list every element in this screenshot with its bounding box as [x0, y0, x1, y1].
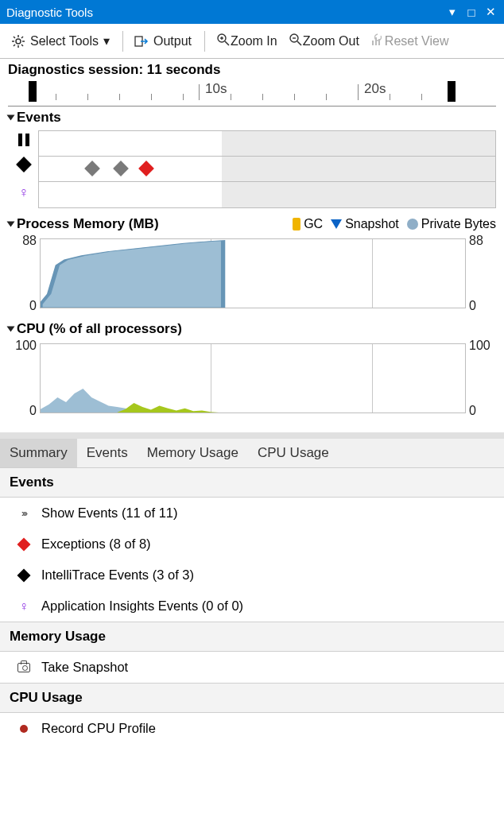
ruler-label: 10s [205, 81, 227, 97]
ruler-label: 20s [364, 81, 386, 97]
zoom-out-icon [289, 33, 303, 50]
lightbulb-icon: ♀ [14, 184, 34, 201]
zoom-in-icon [216, 33, 231, 50]
zoom-in-button[interactable]: Zoom In [211, 30, 282, 52]
events-row-break [39, 131, 495, 157]
event-marker-icon[interactable] [84, 161, 100, 176]
window-titlebar: Diagnostic Tools ▾ □ ✕ [0, 0, 504, 24]
svg-line-11 [225, 41, 229, 45]
reset-view-icon [370, 33, 385, 50]
event-marker-icon[interactable] [138, 161, 154, 176]
svg-line-15 [297, 41, 301, 45]
zoom-out-label: Zoom Out [303, 34, 359, 48]
timeline-ruler[interactable]: 10s 20s [8, 79, 496, 107]
memory-y-axis-right: 88 0 [469, 234, 496, 313]
show-events-label: Show Events (11 of 11) [41, 505, 178, 521]
show-events-link[interactable]: ››› Show Events (11 of 11) [0, 498, 504, 529]
output-icon [134, 34, 149, 48]
timeline-range-start-handle[interactable] [29, 81, 37, 102]
output-label: Output [153, 34, 192, 48]
svg-point-0 [16, 39, 21, 44]
details-panel: Summary Events Memory Usage CPU Usage Ev… [0, 432, 504, 776]
output-button[interactable]: Output [130, 30, 196, 52]
session-duration-label: Diagnostics session: 11 seconds [0, 59, 504, 79]
cpu-section-header[interactable]: CPU (% of all processors) [8, 320, 496, 339]
dropdown-icon[interactable]: ▾ [445, 5, 459, 19]
cpu-section: CPU (% of all processors) 100 0 100 0 [0, 318, 504, 416]
events-row-appinsights: ♀ [39, 182, 495, 207]
event-marker-icon[interactable] [113, 161, 129, 176]
intellitrace-link[interactable]: IntelliTrace Events (3 of 3) [0, 560, 504, 591]
window-title: Diagnostic Tools [6, 6, 440, 19]
lightbulb-icon: ♀ [14, 599, 33, 614]
summary-memory-header: Memory Usage [0, 622, 504, 652]
memory-section-title: Process Memory (MB) [17, 216, 159, 232]
appinsights-label: Application Insights Events (0 of 0) [41, 598, 243, 614]
appinsights-link[interactable]: ♀ Application Insights Events (0 of 0) [0, 591, 504, 622]
pause-icon[interactable] [14, 134, 34, 149]
summary-events-header: Events [0, 467, 504, 498]
events-section-header[interactable]: Events [8, 108, 496, 127]
events-row-exceptions [39, 157, 495, 182]
events-timeline: ♀ [38, 130, 496, 208]
private-bytes-marker-icon [407, 219, 418, 230]
select-tools-button[interactable]: Select Tools ▾ [6, 30, 114, 52]
toolbar-separator [122, 31, 123, 52]
memory-legend: GC Snapshot Private Bytes [293, 217, 496, 231]
exceptions-label: Exceptions (8 of 8) [41, 536, 151, 552]
chevrons-icon: ››› [14, 508, 33, 519]
select-tools-label: Select Tools [30, 34, 99, 48]
svg-line-5 [14, 37, 15, 38]
tab-events[interactable]: Events [77, 439, 138, 467]
summary-cpu-header: CPU Usage [0, 683, 504, 713]
gc-marker-icon [293, 218, 300, 230]
toolbar-separator [204, 31, 205, 52]
intellitrace-diamond-icon [14, 571, 33, 580]
events-section: Events ♀ [0, 107, 504, 208]
memory-section: Process Memory (MB) GC Snapshot Private … [0, 213, 504, 312]
close-icon[interactable]: ✕ [483, 5, 498, 19]
camera-icon [14, 663, 33, 672]
timeline-range-end-handle[interactable] [448, 81, 456, 102]
detail-tabs: Summary Events Memory Usage CPU Usage [0, 439, 504, 467]
record-cpu-label: Record CPU Profile [41, 721, 156, 736]
collapse-toggle-icon [7, 115, 15, 121]
collapse-toggle-icon [7, 327, 15, 332]
maximize-icon[interactable]: □ [464, 6, 479, 19]
svg-line-6 [21, 45, 23, 46]
summary-panel: Events ››› Show Events (11 of 11) Except… [0, 467, 504, 776]
zoom-in-label: Zoom In [231, 34, 277, 48]
reset-view-label: Reset View [385, 34, 449, 48]
cpu-section-title: CPU (% of all processors) [17, 321, 182, 337]
tab-memory-usage[interactable]: Memory Usage [138, 439, 248, 467]
intellitrace-label: IntelliTrace Events (3 of 3) [41, 567, 194, 583]
svg-line-7 [14, 45, 15, 46]
memory-section-header[interactable]: Process Memory (MB) GC Snapshot Private … [8, 215, 496, 234]
snapshot-marker-icon [331, 219, 342, 229]
memory-chart-box [40, 238, 466, 308]
record-cpu-link[interactable]: Record CPU Profile [0, 713, 504, 744]
exception-diamond-icon [14, 540, 33, 549]
zoom-out-button[interactable]: Zoom Out [284, 30, 364, 52]
take-snapshot-label: Take Snapshot [41, 660, 128, 675]
chevron-down-icon: ▾ [103, 33, 110, 48]
memory-chart[interactable]: 88 0 88 0 [40, 235, 466, 312]
cpu-chart[interactable]: 100 0 100 0 [40, 340, 466, 416]
exceptions-link[interactable]: Exceptions (8 of 8) [0, 529, 504, 560]
tab-cpu-usage[interactable]: CPU Usage [248, 439, 339, 467]
cpu-y-axis-left: 100 0 [8, 339, 37, 418]
reset-view-button[interactable]: Reset View [366, 30, 454, 52]
collapse-toggle-icon [7, 222, 15, 227]
svg-line-8 [21, 37, 23, 38]
take-snapshot-link[interactable]: Take Snapshot [0, 652, 504, 683]
record-icon [14, 725, 33, 733]
tab-summary[interactable]: Summary [0, 439, 77, 467]
events-section-title: Events [17, 110, 61, 126]
cpu-y-axis-right: 100 0 [469, 339, 496, 418]
intellitrace-diamond-icon [14, 159, 34, 172]
gear-icon [11, 34, 25, 48]
svg-rect-17 [372, 41, 374, 45]
cpu-chart-box [40, 343, 466, 413]
memory-y-axis-left: 88 0 [8, 234, 37, 313]
toolbar: Select Tools ▾ Output Zoom In Zoom Out R… [0, 24, 504, 59]
